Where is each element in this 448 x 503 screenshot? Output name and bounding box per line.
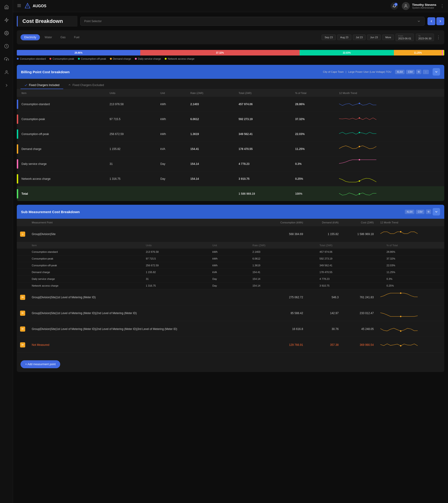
billing-csv-btn[interactable]: CSV bbox=[406, 70, 415, 74]
sub-csv-btn[interactable]: CSV bbox=[416, 210, 424, 214]
sub-row-expand[interactable]: ≫ bbox=[17, 305, 29, 321]
sub-measurement-row[interactable]: ≫ Group|Division|Site|1st Level of Meter… bbox=[17, 289, 444, 305]
sub-measurement-table: Measurment Point Consumption (kWh) Deman… bbox=[17, 219, 444, 353]
billing-section-header: Billing Point Cost breakdown City of Cap… bbox=[17, 65, 444, 79]
notification-badge: 9 bbox=[394, 3, 398, 6]
period-jun23[interactable]: Jun 23 bbox=[367, 34, 381, 40]
period-sep23[interactable]: Sep 23 bbox=[322, 34, 336, 40]
tab-fixed-excluded-label: Fixed Chargers Excluded bbox=[73, 83, 104, 87]
sub-measurement-row[interactable]: ≫ Group|Division|Site|1st Level of Meter… bbox=[17, 305, 444, 321]
svg-point-10 bbox=[405, 4, 406, 6]
page-title: Cost Breakdown bbox=[22, 18, 63, 24]
billing-copy-btn[interactable]: ⧉ bbox=[416, 69, 421, 74]
sidebar-item-upload[interactable] bbox=[3, 56, 10, 63]
sub-measurement-row[interactable]: o Group|Division|Site 568 384.69 1 155.8… bbox=[17, 226, 444, 242]
row-rate: 6.0612 bbox=[187, 112, 235, 127]
billing-table-row: Total 1 586 969.19 100% bbox=[17, 186, 444, 201]
billing-actions: XLSX CSV ⧉ ⋮ bbox=[395, 69, 429, 74]
row-units: 97 715.5 bbox=[106, 112, 157, 127]
sub-measurement-row[interactable]: ≫ Group|Division|Site|1st Level of Meter… bbox=[17, 321, 444, 337]
row-item: Consumption-peak bbox=[18, 112, 106, 127]
row-unit: kWh bbox=[157, 112, 187, 127]
sub-row-demand: 357.38 bbox=[306, 337, 342, 353]
filter-more-options[interactable]: ⋮ bbox=[436, 35, 441, 40]
row-trend bbox=[336, 157, 444, 171]
tab-fixed-excluded[interactable]: Fixed Chargers Excluded bbox=[64, 82, 108, 89]
billing-tariff: Large Power User (Low Voltage) TOU bbox=[348, 70, 391, 73]
sub-row-expand[interactable]: ≫ bbox=[17, 289, 29, 305]
sub-measurement-actions: XLSX CSV ⧉ bbox=[405, 208, 440, 216]
sub-copy-btn[interactable]: ⧉ bbox=[426, 209, 431, 214]
svg-point-22 bbox=[400, 345, 401, 346]
row-item: Consumption-standard bbox=[18, 97, 106, 112]
user-role: System Administrator bbox=[412, 7, 436, 9]
row-rate: 1.3619 bbox=[187, 127, 235, 141]
period-more[interactable]: More bbox=[382, 34, 394, 40]
svg-point-21 bbox=[400, 330, 401, 332]
point-selector-label: Point Selector bbox=[84, 20, 102, 23]
sub-row-expand[interactable]: o bbox=[17, 226, 29, 242]
sidebar-item-clock[interactable] bbox=[3, 43, 10, 49]
billing-xlsx-btn[interactable]: XLSX bbox=[395, 70, 405, 74]
date-range: From 2023-06-01 To 2023-06-30 bbox=[396, 33, 434, 41]
date-to-field[interactable]: To 2023-06-30 bbox=[416, 33, 434, 41]
date-from-value: 2023-06-01 bbox=[398, 37, 411, 40]
billing-table: Item Units Unit Rate (ZAR) Total (ZAR) %… bbox=[17, 89, 444, 201]
energy-type-tabs: Electricity Water Gas Fuel bbox=[20, 34, 83, 40]
tab-fixed-included[interactable]: Fixed Chargers Included bbox=[20, 82, 63, 89]
row-item: Consumption-off-peak bbox=[18, 127, 106, 141]
legend-daily: Daily service charge bbox=[135, 57, 161, 60]
user-profile[interactable]: Timothy Stevens System Administrator bbox=[402, 2, 436, 10]
sidebar-item-settings[interactable] bbox=[3, 30, 10, 36]
row-total: 178 470.55 bbox=[235, 141, 292, 157]
sidebar-item-home[interactable] bbox=[3, 4, 10, 10]
stacked-bar-chart: 28.86% 37.32% 22.03% 11.25% Consumption-… bbox=[17, 50, 444, 60]
notification-button[interactable]: 9 bbox=[391, 2, 398, 10]
billing-more-btn[interactable]: ⋮ bbox=[423, 70, 429, 74]
sidebar-item-user[interactable] bbox=[3, 69, 10, 76]
row-units bbox=[106, 186, 157, 201]
point-selector[interactable]: Point Selector bbox=[80, 17, 425, 26]
period-jul23[interactable]: Jul 23 bbox=[353, 34, 366, 40]
options-menu[interactable]: ⋮ bbox=[440, 3, 444, 9]
sidebar-item-lightning[interactable] bbox=[3, 17, 10, 23]
sub-row-name: Group|Division|Site|1st Level of Meterin… bbox=[29, 305, 262, 321]
tab-fuel[interactable]: Fuel bbox=[70, 34, 83, 40]
sidebar bbox=[0, 0, 13, 503]
col-units: Units bbox=[106, 89, 157, 97]
hamburger-menu[interactable] bbox=[17, 3, 21, 9]
nav-next[interactable] bbox=[436, 17, 444, 25]
svg-point-1 bbox=[6, 33, 7, 34]
date-from-field[interactable]: From 2023-06-01 bbox=[396, 33, 414, 41]
sub-row-demand: 546.3 bbox=[306, 289, 342, 305]
svg-point-12 bbox=[359, 117, 360, 119]
period-aug23[interactable]: Aug 23 bbox=[337, 34, 351, 40]
row-units: 31 bbox=[106, 157, 157, 171]
tab-electricity[interactable]: Electricity bbox=[20, 34, 40, 40]
col-unit: Unit bbox=[157, 89, 187, 97]
sub-row-name: Group|Division|Site bbox=[29, 226, 262, 242]
billing-collapse-btn[interactable] bbox=[432, 68, 440, 76]
row-trend bbox=[336, 127, 444, 141]
tab-gas[interactable]: Gas bbox=[57, 34, 69, 40]
date-from-label: From bbox=[398, 35, 411, 37]
sub-collapse-btn[interactable] bbox=[432, 208, 440, 216]
row-unit: kWh bbox=[157, 127, 187, 141]
tab-water[interactable]: Water bbox=[41, 34, 56, 40]
sub-measurement-header: Sub Measurement Cost Breakdown XLSX CSV … bbox=[17, 205, 444, 219]
sub-measurement-row[interactable]: ≫ Not Measured 129 766.91 357.38 369 990… bbox=[17, 337, 444, 353]
sidebar-item-arrow[interactable] bbox=[3, 82, 10, 89]
svg-point-20 bbox=[400, 316, 401, 317]
col-trend: 12 Month Trend bbox=[336, 89, 444, 97]
row-pct: 37.32% bbox=[292, 112, 336, 127]
row-trend bbox=[336, 112, 444, 127]
row-units: 1 155.82 bbox=[106, 141, 157, 157]
sub-row-demand: 1 155.82 bbox=[306, 226, 342, 242]
add-measurement-btn[interactable]: + Add measurment point bbox=[20, 360, 60, 368]
sub-xlsx-btn[interactable]: XLSX bbox=[405, 210, 415, 214]
topnav-right: 9 Timothy Stevens System Administrator ⋮ bbox=[391, 2, 444, 10]
row-item: Total bbox=[18, 186, 106, 201]
sub-row-expand[interactable]: ≫ bbox=[17, 321, 29, 337]
sub-row-expand[interactable]: ≫ bbox=[17, 337, 29, 353]
nav-prev[interactable] bbox=[428, 17, 435, 25]
